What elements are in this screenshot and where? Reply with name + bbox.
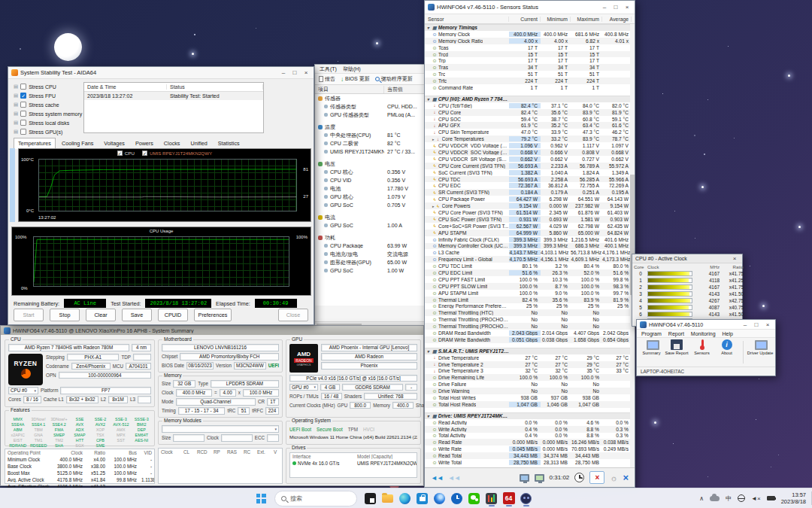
column-item[interactable]: 项目 — [315, 86, 384, 93]
checkbox[interactable] — [20, 102, 26, 108]
sensor-row-thermal-throttling-prochot[interactable]: ⊙Thermal Throttling (PROCHOT...NoNoNo — [425, 323, 635, 330]
sensor-row-command-rate[interactable]: ⊙Command Rate1 T1 T1 T — [425, 84, 635, 91]
close-button[interactable]: Close — [278, 309, 308, 321]
tray-volume-mute-icon[interactable]: ◄× — [751, 495, 761, 502]
tree-item[interactable]: 电池充/放电交流电源 — [315, 250, 428, 258]
maximize-button[interactable]: □ — [611, 4, 620, 11]
sensors-button[interactable]: Sensors — [692, 339, 712, 355]
tree-section-[interactable]: 电压 — [315, 160, 428, 168]
tree-item[interactable]: 中央处理器(CPU)81 °C — [315, 131, 428, 139]
close-sensors-icon[interactable]: × — [623, 472, 629, 483]
menu-t[interactable]: 工具(T) — [320, 65, 337, 73]
column-maximum[interactable]: Maximum — [571, 17, 602, 22]
taskbar-clock[interactable]: 13:57 2023/8/18 — [781, 491, 806, 506]
checkbox[interactable] — [20, 129, 26, 135]
tab-statistics[interactable]: Statistics — [214, 138, 244, 149]
active-clock-titlebar[interactable]: CPU #0 - Active Clock × — [632, 254, 742, 263]
expand-icon[interactable]: ▸ — [432, 204, 435, 208]
preferences-button[interactable]: Preferences — [194, 309, 232, 321]
gpu-select[interactable]: GPU #0 — [289, 384, 318, 391]
save-report-button[interactable]: Save Report — [666, 339, 687, 355]
core-clock-row[interactable]: 24167x41.75 — [632, 284, 742, 291]
photos-taskbar-icon[interactable] — [362, 489, 379, 507]
nav-forward-icon[interactable]: ◄◄ — [448, 474, 460, 482]
menu-h[interactable]: 帮助(H) — [343, 65, 361, 73]
tree-item[interactable]: UMIS RPEYJ1T24MKN2QWY27 °C / 33... — [315, 148, 428, 156]
column-value[interactable]: 当前值 — [384, 86, 428, 93]
sensor-row-sr-current-svi3-tfn[interactable]: ϟSR Current (SVI3 TFN)0.184 A0.179 A0.25… — [425, 189, 635, 196]
wechat-taskbar-icon[interactable] — [465, 489, 483, 507]
start-button[interactable] — [252, 489, 270, 507]
sensor-section-memory-timings[interactable]: ▾▦Memory Timings — [425, 24, 635, 31]
sensor-row-cpu-soc[interactable]: ↓CPU SOC59.4 °C38.7 °C60.8 °C59.1 °C — [425, 116, 635, 123]
checkbox[interactable] — [20, 120, 26, 126]
settings-gear-icon[interactable]: ☼ — [610, 473, 617, 482]
sensor-row-write-total[interactable]: ⊙Write Total28,750 MB28,313 MB28,750 MB — [425, 459, 635, 466]
toolbar-[interactable]: 报告 — [319, 75, 335, 83]
sensor-row-trc[interactable]: ⊙Trc51 T51 T51 T — [425, 71, 635, 78]
tree-section-[interactable]: 电流 — [315, 213, 428, 221]
sensor-row-cpu-skin-temperature[interactable]: ↓CPU Skin Temperature47.0 °C33.9 °C47.3 … — [425, 129, 635, 135]
about-button[interactable]: iAbout — [717, 339, 737, 355]
toolbar-bios[interactable]: ↓BIOS 更新 — [341, 75, 370, 83]
sensor-row-total-host-reads[interactable]: ⊙Total Host Reads1,047 GB1,046 GB1,047 G… — [425, 401, 635, 408]
sensor-row-drive-warning[interactable]: ⊙Drive WarningNoNoNo — [425, 388, 635, 394]
expand-icon[interactable]: ▸ — [432, 137, 435, 141]
column-sensor[interactable]: Sensor — [425, 17, 509, 22]
sensor-row-write-rate[interactable]: ⊙Write Rate0.045 MB/s0.000 MB/s70.693 MB… — [425, 446, 635, 452]
tree-item[interactable]: GPU SoC1.00 A — [315, 221, 428, 230]
tree-section-[interactable]: 温度 — [315, 123, 428, 131]
stop-button[interactable]: Stop — [50, 309, 80, 321]
sensor-row-cpu-edc-limit[interactable]: ⊙CPU EDC Limit51.6 %26.3 %52.0 %51.6 % — [425, 269, 635, 276]
sensor-row-read-total[interactable]: ⊙Read Total34,443 MB34,374 MB34,443 MB — [425, 452, 635, 459]
sensor-row-drive-temperature-3[interactable]: ↓Drive Temperature 332 °C32 °C35 °C33 °C — [425, 368, 635, 375]
minimize-button[interactable]: – — [279, 69, 288, 76]
sensor-row-dram-read-bandwidth[interactable]: ⊙DRAM Read Bandwidth2.043 Gbps2.014 Gbps… — [425, 330, 635, 336]
sensor-row-thermal-throttling-prochot[interactable]: ⊙Thermal Throttling (PROCHOT...NoNoNo — [425, 316, 635, 323]
sensor-row-cpu-vddcr-vdd-voltage-svi[interactable]: ϟCPU VDDCR_VDD Voltage (SVI...1.096 V0.9… — [425, 142, 635, 149]
sensor-row-cpu-ppt-slow-limit[interactable]: ⊙CPU PPT SLOW Limit100.0 %8.7 %100.0 %98… — [425, 283, 635, 290]
driver-update-button[interactable]: Driver Update — [750, 339, 771, 355]
collapse-icon[interactable]: ▾ — [427, 97, 431, 102]
tree-item[interactable]: 传感器类型CPU, HDD... — [315, 102, 428, 111]
sensor-row-drive-remaining-life[interactable]: ⊙Drive Remaining Life100.0 %100.0 %100.0… — [425, 374, 635, 381]
sensor-row-cpu-tdc[interactable]: ϟCPU TDC56.693 A2.258 A56.285 A55.966 A — [425, 176, 635, 183]
tray-network-icon[interactable] — [738, 494, 745, 502]
vertical-scrollbar[interactable] — [630, 24, 635, 469]
tree-section-[interactable]: 传感器 — [315, 94, 428, 102]
collapse-icon[interactable]: ▾ — [427, 26, 431, 30]
tree-item[interactable]: GPU SoC0.705 V — [315, 201, 428, 209]
close-button[interactable]: × — [763, 321, 772, 328]
summary-button[interactable]: Summary — [641, 339, 662, 355]
file-explorer-taskbar-icon[interactable] — [379, 489, 396, 507]
column-average[interactable]: Average — [602, 17, 632, 22]
tab-unified[interactable]: Unified — [186, 138, 211, 149]
sensor-row-cpu-soc-power-svi3-tfn[interactable]: ϟCPU SoC Power (SVI3 TFN)0.931 W0.693 W1… — [425, 216, 635, 223]
tree-item[interactable]: CPU Package63.99 W — [315, 242, 428, 250]
sensor-row-total-activity[interactable]: ⊙Total Activity0.4 %0.0 %8.8 %0.3 % — [425, 433, 635, 440]
toolbar-[interactable]: 驱动程序更新 — [375, 75, 413, 83]
sensor-row-core-temperatures[interactable]: ▸↓Core Temperatures79.2 °C33.2 °C83.9 °C… — [425, 135, 635, 142]
collapse-icon[interactable]: ▾ — [427, 349, 431, 354]
sensor-row-apu-stapm-limit[interactable]: ⊙APU STAPM Limit100.0 %9.0 %100.0 %99.7 … — [425, 290, 635, 297]
browser-disc-taskbar-icon[interactable] — [431, 489, 448, 507]
core-clock-row[interactable]: 04167x41.75 — [632, 270, 742, 277]
menu-monitoring[interactable]: Monitoring — [691, 331, 716, 336]
tree-item[interactable]: CPU VID0.356 V — [315, 176, 428, 184]
tab-powers[interactable]: Powers — [131, 138, 158, 149]
log-col-status[interactable]: Status — [167, 84, 263, 90]
log-col-datetime[interactable]: Date & Time — [84, 84, 167, 90]
store-taskbar-icon[interactable] — [414, 489, 431, 507]
sensor-row-cpu-edc[interactable]: ϟCPU EDC72.367 A36.812 A72.755 A72.269 A — [425, 182, 635, 189]
stress-checkbox-stress-local-disks[interactable]: ▤Stress local disks — [14, 118, 83, 127]
sensor-row-thermal-limit[interactable]: ⊙Thermal Limit82.4 %35.6 %83.9 %81.9 % — [425, 297, 635, 303]
tray-ime-indicator[interactable]: 中 — [726, 494, 732, 503]
search-input[interactable]: 搜索 — [274, 491, 357, 506]
sensor-row-cpu-vddcr-soc-voltage-sv[interactable]: ϟCPU VDDCR_SOC Voltage (SV...0.668 V0.66… — [425, 149, 635, 156]
legend-cpu[interactable]: ✓ CPU — [117, 151, 135, 156]
tree-item[interactable]: CPU 核心0.356 V — [315, 168, 428, 176]
sensor-row-apu-stapm[interactable]: ϟAPU STAPM64.999 W5.860 W65.000 W64.824 … — [425, 230, 635, 236]
sensor-row-memory-clock-ratio[interactable]: ⊙Memory Clock Ratio4.00 x4.00 x6.82 x4.0… — [425, 38, 635, 44]
clock-app-taskbar-icon[interactable] — [448, 489, 465, 507]
core-clock-row[interactable]: 44267x42.75 — [632, 297, 742, 304]
